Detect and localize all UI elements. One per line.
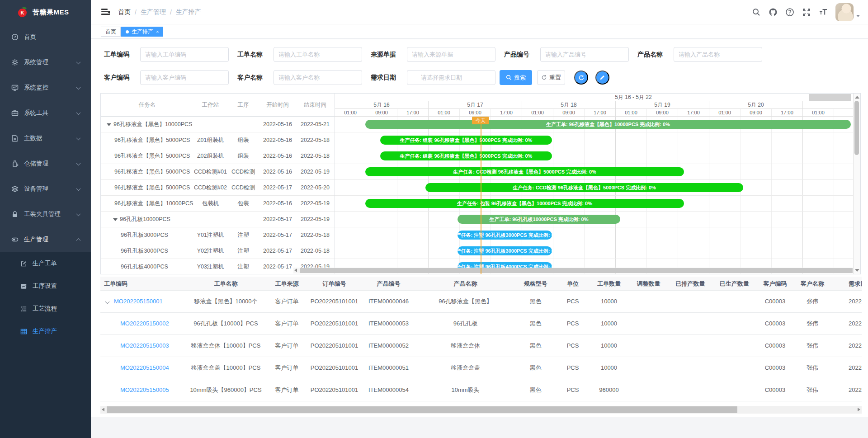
work-order-code-input[interactable] — [140, 47, 229, 62]
gantt-bar-task-selected[interactable]: 生产任务: 注塑 96孔孔板3000PCS 完成比例: 0% — [458, 231, 552, 240]
refresh-circle-button[interactable] — [574, 71, 588, 85]
gantt-bar-task-selected[interactable]: 生产任务: 注塑 96孔孔板3000PCS 完成比例: 0% — [458, 246, 552, 255]
gantt-task-row[interactable]: 96孔孔板3000PCSY01注塑机注塑2022-05-172022-05-18 — [101, 227, 335, 243]
work-order-link[interactable]: MO202205150001 — [114, 291, 163, 312]
gantt-task-row[interactable]: 96孔移液盒【黑色】10000PCS包装机包装2022-05-162022-05… — [101, 196, 335, 212]
sidebar-item-system-admin[interactable]: 系统管理 — [0, 50, 91, 75]
breadcrumb-production[interactable]: 生产管理 — [141, 8, 166, 16]
table-row[interactable]: MO202205150003 移液盒盒体【10000】PCS客户订单 PO202… — [100, 335, 862, 357]
source-doc-input[interactable] — [407, 47, 495, 62]
monitor-icon — [11, 84, 19, 91]
sidebar-item-production-scheduling[interactable]: 生产排产 — [0, 320, 91, 343]
sidebar-item-system-monitor[interactable]: 系统监控 — [0, 75, 91, 100]
gear-icon — [11, 59, 19, 66]
scrollbar-thumb[interactable] — [854, 101, 859, 155]
work-order-link[interactable]: MO202205150005 — [120, 379, 169, 401]
gantt-day-label — [803, 101, 861, 108]
sidebar: K 苦糖果MES 首页 系统管理 系统监控 系统工具 主数据 — [0, 0, 91, 438]
scroll-right-icon[interactable] — [858, 408, 860, 411]
product-code-input[interactable] — [540, 47, 629, 62]
table-row[interactable]: MO202205150002 96孔孔板【10000】PCS客户订单 PO202… — [100, 313, 862, 335]
app-logo[interactable]: K 苦糖果MES — [0, 0, 91, 24]
reset-button[interactable]: 重置 — [537, 70, 565, 85]
demand-date-input[interactable] — [407, 70, 495, 85]
gantt-bar-task[interactable]: 生产任务: 包装 96孔移液盒【黑色】10000PCS 完成比例: 0% — [365, 199, 684, 208]
work-order-name-input[interactable] — [274, 47, 362, 62]
gantt-week-row: 5月 16 - 5月 22 — [335, 94, 854, 101]
gantt-task-row[interactable]: 96孔移液盒【黑色】5000PCSZ02组装机组装2022-05-162022-… — [101, 148, 335, 164]
breadcrumb-home[interactable]: 首页 — [118, 8, 131, 16]
fullscreen-icon[interactable] — [802, 8, 811, 17]
gantt-task-row[interactable]: 96孔移液盒【黑色】10000PCS2022-05-162022-05-21 — [101, 117, 335, 132]
gantt-task-row[interactable]: 96孔孔板3000PCSY02注塑机注塑2022-05-172022-05-18 — [101, 243, 335, 259]
gantt-task-row[interactable]: 96孔移液盒【黑色】5000PCSCCD检测#01CCD检测2022-05-16… — [101, 164, 335, 180]
tab-production-scheduling[interactable]: 生产排产 × — [121, 27, 163, 37]
sidebar-item-label: 仓储管理 — [24, 160, 48, 168]
gantt-bar-workorder[interactable]: 生产工单: 96孔移液盒【黑色】10000PCS 完成比例: 0% — [365, 120, 851, 129]
sidebar-collapse-icon[interactable] — [101, 9, 110, 16]
scroll-up-icon[interactable] — [855, 96, 859, 99]
expand-chevron-icon[interactable] — [105, 300, 110, 304]
work-order-link[interactable]: MO202205150004 — [120, 357, 169, 379]
tab-label: 首页 — [105, 28, 116, 36]
active-dot-icon — [126, 30, 129, 33]
help-icon[interactable] — [785, 8, 794, 17]
sidebar-item-process-flow[interactable]: 工艺流程 — [0, 297, 91, 320]
sidebar-item-production[interactable]: 生产管理 — [0, 227, 91, 252]
tab-home[interactable]: 首页 — [101, 27, 121, 37]
table-row[interactable]: MO202205150001 移液盒【黑色】10000个客户订单 PO20220… — [100, 291, 862, 313]
production-submenu: 生产工单 工序设置 工艺流程 生产排产 — [0, 252, 91, 438]
sidebar-item-warehouse[interactable]: 仓储管理 — [0, 151, 91, 176]
gantt-day-label: 5月 16 — [335, 101, 429, 108]
sidebar-item-equipment[interactable]: 设备管理 — [0, 176, 91, 202]
close-icon[interactable]: × — [156, 29, 159, 34]
product-name-input[interactable] — [674, 47, 762, 62]
chevron-down-icon — [76, 161, 81, 165]
gantt-task-row[interactable]: 96孔孔板10000PCS2022-05-172022-05-19 — [101, 212, 335, 227]
sidebar-item-label: 工装夹具管理 — [24, 210, 61, 218]
sidebar-item-label: 工序设置 — [33, 282, 57, 290]
work-order-link[interactable]: MO202205150002 — [120, 313, 169, 334]
edit-circle-button[interactable] — [595, 71, 609, 85]
user-menu[interactable] — [835, 3, 860, 21]
table-row[interactable]: MO202205150005 10mm吸头【960000】PCS客户订单 PO2… — [100, 379, 862, 401]
search-button[interactable]: 搜索 — [500, 70, 532, 85]
gantt-vertical-scrollbar[interactable] — [853, 94, 860, 274]
github-icon[interactable] — [769, 8, 778, 17]
scrollbar-thumb[interactable] — [107, 406, 737, 413]
collapse-triangle-icon[interactable] — [113, 218, 118, 221]
gantt-bar-task[interactable]: 生产任务: CCD检测 96孔移液盒【黑色】5000PCS 完成比例: 0% — [365, 167, 684, 176]
chevron-down-icon — [76, 60, 81, 64]
customer-code-input[interactable] — [140, 70, 229, 85]
collapse-triangle-icon[interactable] — [107, 123, 111, 126]
avatar[interactable] — [835, 3, 854, 21]
search-icon[interactable] — [752, 8, 761, 17]
sidebar-item-process-settings[interactable]: 工序设置 — [0, 275, 91, 297]
gantt-bar-task[interactable]: 生产任务: 组装 96孔移液盒【黑色】5000PCS 完成比例: 0% — [380, 151, 552, 160]
font-size-icon[interactable] — [819, 8, 828, 17]
sidebar-item-system-tools[interactable]: 系统工具 — [0, 100, 91, 126]
gantt-week-label: 5月 16 - 5月 22 — [588, 94, 679, 101]
customer-name-input[interactable] — [274, 70, 362, 85]
table-horizontal-scrollbar[interactable] — [100, 406, 862, 414]
work-order-link[interactable]: MO202205150003 — [120, 335, 169, 357]
sidebar-item-fixtures[interactable]: 工装夹具管理 — [0, 202, 91, 227]
gantt-task-row[interactable]: 96孔移液盒【黑色】5000PCSCCD检测#02CCD检测2022-05-17… — [101, 180, 335, 196]
sidebar-item-home[interactable]: 首页 — [0, 24, 91, 50]
gantt-bar-task[interactable]: 生产任务: CCD检测 96孔移液盒【黑色】5000PCS 完成比例: 0% — [425, 183, 743, 192]
sidebar-item-master-data[interactable]: 主数据 — [0, 126, 91, 151]
gantt-task-row[interactable]: 96孔移液盒【黑色】5000PCSZ01组装机组装2022-05-162022-… — [101, 132, 335, 148]
col-end: 结束时间 — [296, 94, 334, 117]
scroll-down-icon[interactable] — [855, 269, 859, 272]
col-start: 开始时间 — [259, 94, 296, 117]
toolbox-icon — [11, 109, 19, 117]
sidebar-item-work-orders[interactable]: 生产工单 — [0, 252, 91, 275]
gantt-horizontal-scrollbar[interactable] — [293, 268, 853, 273]
scroll-left-icon[interactable] — [102, 408, 104, 411]
edit-square-icon — [20, 260, 27, 267]
gantt-bar-workorder[interactable]: 生产工单: 96孔孔板10000PCS 完成比例: 0% — [458, 215, 620, 224]
table-row[interactable]: MO202205150004 移液盒盒盖【10000】PCS客户订单 PO202… — [100, 357, 862, 379]
gantt-bar-task[interactable]: 生产任务: 组装 96孔移液盒【黑色】5000PCS 完成比例: 0% — [380, 136, 552, 145]
scrollbar-thumb[interactable] — [300, 268, 853, 273]
scroll-left-icon[interactable] — [294, 268, 297, 272]
